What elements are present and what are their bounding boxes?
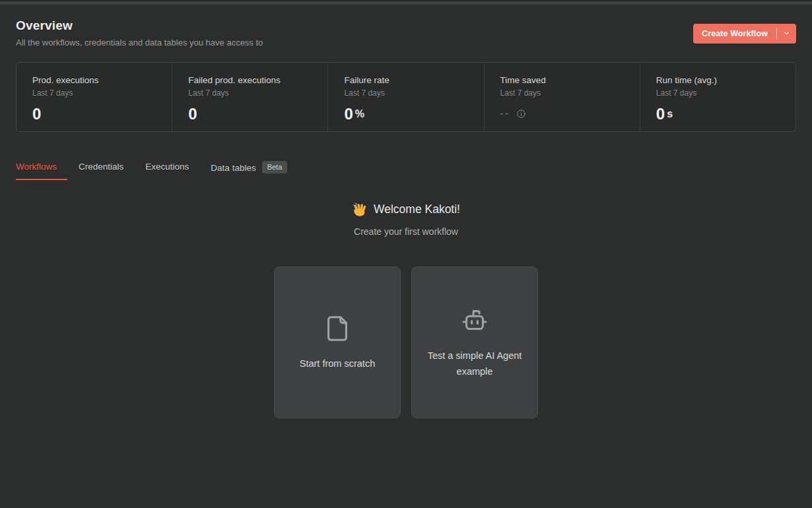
stat-failed-prod-executions: Failed prod. executions Last 7 days 0 bbox=[172, 63, 327, 131]
stat-failure-rate: Failure rate Last 7 days 0% bbox=[327, 63, 483, 131]
tab-executions[interactable]: Executions bbox=[145, 162, 189, 180]
stat-label: Time saved bbox=[500, 75, 624, 85]
stat-value: -- bbox=[500, 108, 624, 119]
stat-period: Last 7 days bbox=[344, 88, 467, 98]
robot-icon bbox=[459, 305, 490, 338]
stats-summary-row: Prod. executions Last 7 days 0 Failed pr… bbox=[16, 62, 796, 132]
overview-page: Overview All the workflows, credentials … bbox=[0, 5, 812, 418]
stat-value: 0 bbox=[188, 105, 312, 123]
start-from-scratch-card[interactable]: Start from scratch bbox=[274, 267, 401, 418]
starter-card-label: Test a simple AI Agent example bbox=[424, 348, 525, 380]
page-subtitle: All the workflows, credentials and data … bbox=[16, 38, 263, 48]
create-workflow-button[interactable]: Create Workflow bbox=[693, 24, 776, 44]
stat-label: Failed prod. executions bbox=[188, 75, 312, 85]
page-heading-block: Overview All the workflows, credentials … bbox=[16, 18, 263, 48]
stat-time-saved: Time saved Last 7 days -- bbox=[484, 63, 640, 131]
stat-run-time-avg: Run time (avg.) Last 7 days 0s bbox=[640, 63, 795, 131]
welcome-heading: Welcome Kakoti! bbox=[16, 202, 796, 217]
stat-value: 0s bbox=[656, 105, 780, 123]
stat-period: Last 7 days bbox=[188, 88, 312, 98]
starter-card-label: Start from scratch bbox=[300, 356, 375, 372]
stat-label: Failure rate bbox=[344, 75, 467, 85]
chevron-down-icon bbox=[783, 28, 790, 40]
starter-card-row: Start from scratch Test a simple AI Agen… bbox=[16, 267, 796, 418]
info-circle-icon[interactable] bbox=[516, 109, 526, 119]
page-header: Overview All the workflows, credentials … bbox=[16, 5, 796, 48]
ai-agent-example-card[interactable]: Test a simple AI Agent example bbox=[411, 267, 538, 418]
stat-value: 0 bbox=[32, 105, 156, 123]
stat-prod-executions: Prod. executions Last 7 days 0 bbox=[17, 63, 172, 131]
stat-period: Last 7 days bbox=[500, 88, 624, 98]
empty-state: Welcome Kakoti! Create your first workfl… bbox=[16, 202, 796, 418]
tab-workflows[interactable]: Workflows bbox=[16, 162, 57, 180]
welcome-text: Welcome Kakoti! bbox=[374, 203, 460, 216]
create-workflow-dropdown-button[interactable] bbox=[777, 24, 796, 44]
tab-data-tables[interactable]: Data tables Beta bbox=[211, 162, 287, 183]
stat-value: 0% bbox=[344, 105, 467, 123]
page-title: Overview bbox=[16, 18, 263, 33]
stat-label: Prod. executions bbox=[32, 75, 156, 85]
stat-label: Run time (avg.) bbox=[656, 75, 780, 85]
stat-period: Last 7 days bbox=[656, 88, 780, 98]
file-icon bbox=[322, 313, 353, 346]
beta-badge: Beta bbox=[262, 161, 288, 174]
welcome-subtitle: Create your first workflow bbox=[16, 226, 796, 237]
stat-period: Last 7 days bbox=[32, 88, 156, 98]
waving-hand-emoji bbox=[352, 202, 367, 217]
tab-credentials[interactable]: Credentials bbox=[79, 162, 123, 180]
resource-tabs: Workflows Credentials Executions Data ta… bbox=[16, 162, 796, 183]
create-workflow-split-button: Create Workflow bbox=[693, 24, 796, 44]
